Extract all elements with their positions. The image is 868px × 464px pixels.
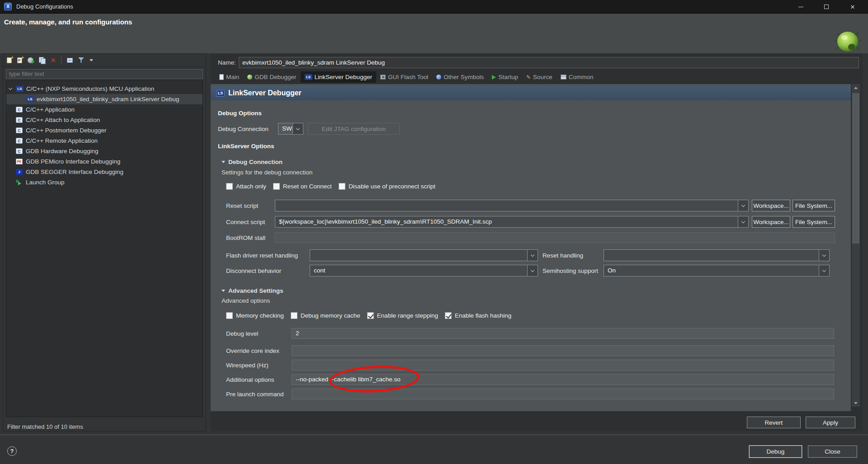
checkbox-memory-checking[interactable]: Memory checking — [226, 312, 284, 319]
debug-connection-row: Debug Connection SWD Edit JTAG configura… — [218, 123, 400, 135]
delete-configuration-icon[interactable]: ✕ — [51, 57, 56, 63]
new-configuration-prototype-icon[interactable]: +P — [17, 57, 22, 63]
checkbox-reset-on-connect[interactable]: Reset on Connect — [273, 183, 332, 190]
tree-item-launch-group[interactable]: Launch Group — [6, 177, 203, 187]
combo-value: cont — [310, 265, 527, 276]
tree-item-label: C/C++ (NXP Semiconductors) MCU Applicati… — [26, 85, 154, 92]
maximize-button[interactable] — [816, 0, 837, 14]
tab-gdb-debugger[interactable]: GDB Debugger — [243, 71, 300, 83]
checkbox-box[interactable] — [291, 312, 297, 319]
debug-button[interactable]: Debug — [749, 445, 802, 458]
minimize-button[interactable] — [790, 0, 811, 14]
debug-connection-section-header[interactable]: Debug Connection — [222, 159, 283, 165]
reset-script-filesystem-button[interactable]: File System... — [793, 200, 835, 211]
debug-connection-select[interactable]: SWD — [278, 123, 303, 135]
connect-script-combo[interactable]: ${workspace_loc}\evkbimxrt1050_iled_blin… — [275, 216, 749, 228]
chevron-down-icon[interactable] — [738, 200, 748, 211]
checkbox-box[interactable] — [273, 183, 280, 190]
tab-label: Startup — [498, 74, 518, 80]
override-core-index-input[interactable] — [292, 345, 834, 356]
tree-item-cpp-application[interactable]: C C/C++ Application — [6, 104, 203, 115]
tree-item-attach-application[interactable]: C C/C++ Attach to Application — [6, 115, 203, 125]
debug-level-input[interactable]: 2 — [292, 328, 834, 339]
flash-driver-reset-handling-combo[interactable] — [310, 249, 538, 261]
tree-item-gdb-hardware[interactable]: C GDB Hardware Debugging — [6, 146, 203, 156]
bootrom-stall-input[interactable] — [275, 232, 835, 243]
checkbox-box[interactable] — [226, 183, 233, 190]
chevron-down-icon[interactable] — [527, 265, 538, 276]
tree-item-pemicro[interactable]: PE GDB PEMicro Interface Debugging — [6, 156, 203, 167]
tab-source[interactable]: ✎ Source — [522, 71, 557, 83]
scroll-up-icon[interactable] — [852, 84, 860, 91]
connect-script-label: Connect script — [226, 219, 275, 225]
chevron-down-icon[interactable] — [819, 265, 829, 276]
connect-script-workspace-button[interactable]: Workspace... — [752, 216, 790, 228]
tab-linkserver-debugger[interactable]: LS LinkServer Debugger — [301, 71, 377, 83]
pemicro-icon: PE — [16, 159, 23, 164]
chevron-down-icon[interactable] — [9, 86, 12, 90]
chevron-down-icon[interactable] — [738, 216, 748, 227]
connect-script-filesystem-button[interactable]: File System... — [793, 216, 835, 228]
bug-icon — [247, 75, 252, 80]
close-button[interactable]: ✕ — [842, 0, 863, 14]
tab-common[interactable]: Common — [557, 71, 598, 83]
tree-item-label: GDB Hardware Debugging — [26, 148, 99, 155]
scroll-down-icon[interactable] — [852, 399, 860, 407]
reset-handling-combo[interactable] — [604, 249, 830, 261]
document-icon — [219, 74, 224, 80]
filter-menu-dropdown-icon[interactable] — [90, 59, 93, 61]
close-dialog-button[interactable]: Close — [808, 445, 857, 458]
c-application-icon: C — [16, 138, 23, 144]
wirespeed-label: Wirespeed (Hz) — [226, 362, 292, 369]
semihosting-support-combo[interactable]: On — [604, 265, 830, 277]
checkbox-box[interactable] — [226, 312, 233, 319]
filter-input[interactable] — [6, 69, 203, 79]
reset-script-combo[interactable] — [275, 200, 749, 211]
disconnect-behavior-combo[interactable]: cont — [310, 265, 538, 277]
additional-options-input[interactable]: --no-packed --cachelib libm7_cache.so — [292, 374, 834, 385]
tree-item-remote-application[interactable]: C C/C++ Remote Application — [6, 136, 203, 146]
apply-button[interactable]: Apply — [806, 417, 855, 428]
checkbox-box[interactable] — [339, 183, 345, 190]
help-icon[interactable]: ? — [7, 446, 17, 456]
checkbox-box[interactable] — [367, 312, 374, 319]
tab-main[interactable]: Main — [215, 71, 243, 83]
tree-item-label: C/C++ Remote Application — [26, 137, 98, 144]
tree-item-postmortem-debugger[interactable]: C C/C++ Postmortem Debugger — [6, 125, 203, 136]
checkbox-box[interactable] — [445, 312, 452, 319]
tree-item-mcu-application[interactable]: LS C/C++ (NXP Semiconductors) MCU Applic… — [6, 84, 203, 94]
checkbox-debug-memory-cache[interactable]: Debug memory cache — [291, 312, 360, 319]
chevron-down-icon[interactable] — [527, 250, 538, 261]
launch-group-icon — [16, 179, 23, 185]
minimize-icon — [798, 7, 803, 7]
tab-startup[interactable]: Startup — [488, 71, 522, 83]
wirespeed-input[interactable] — [292, 360, 834, 370]
new-launch-configuration-icon[interactable]: + — [7, 57, 12, 63]
tab-other-symbols[interactable]: Other Symbols — [432, 71, 488, 83]
checkbox-attach-only[interactable]: Attach only — [226, 183, 266, 190]
vertical-scrollbar[interactable] — [852, 84, 860, 407]
filter-icon[interactable] — [78, 57, 84, 63]
chevron-down-icon[interactable] — [292, 123, 303, 134]
tab-gui-flash-tool[interactable]: GUI Flash Tool — [376, 71, 432, 83]
name-input[interactable] — [239, 57, 859, 68]
collapse-all-icon[interactable] — [67, 58, 73, 63]
c-application-icon: C — [16, 148, 23, 154]
c-application-icon: C — [16, 117, 23, 123]
pre-launch-command-input[interactable] — [292, 389, 834, 399]
advanced-settings-section-header[interactable]: Advanced Settings — [222, 287, 283, 294]
chevron-down-icon[interactable] — [819, 250, 829, 261]
checkbox-enable-flash-hashing[interactable]: Enable flash hashing — [445, 312, 511, 319]
checkbox-disable-preconnect-script[interactable]: Disable use of preconnect script — [339, 183, 435, 190]
revert-button[interactable]: Revert — [747, 417, 801, 428]
scrollbar-thumb[interactable] — [852, 93, 859, 244]
export-configurations-icon[interactable] — [28, 57, 33, 63]
tree-item-segger[interactable]: J GDB SEGGER Interface Debugging — [6, 167, 203, 177]
checkbox-enable-range-stepping[interactable]: Enable range stepping — [367, 312, 438, 319]
tree-item-linkserver-debug[interactable]: LS evkbimxrt1050_iled_blinky_sdram LinkS… — [6, 94, 203, 104]
disconnect-behavior-row: Disconnect behavior cont Semihosting sup… — [226, 265, 830, 277]
reset-script-workspace-button[interactable]: Workspace... — [752, 200, 790, 211]
duplicate-configuration-icon[interactable] — [39, 57, 45, 63]
override-core-index-row: Override core index — [226, 345, 834, 356]
section-collapse-icon — [222, 290, 225, 292]
